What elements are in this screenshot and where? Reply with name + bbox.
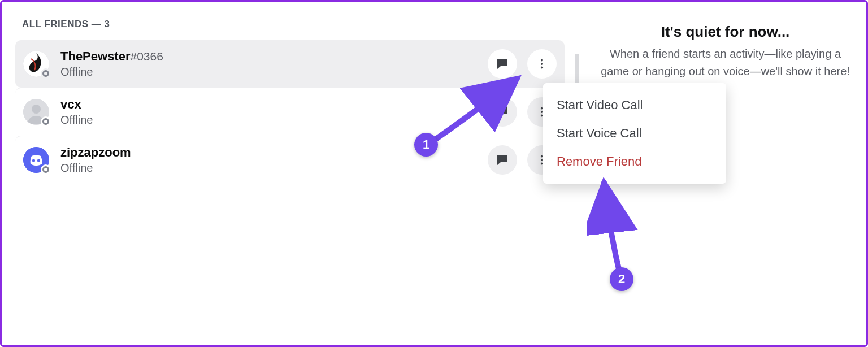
- friend-discriminator: #0366: [131, 50, 163, 63]
- friends-panel: ALL FRIENDS — 3 ThePewster#0366 Offline: [2, 2, 584, 345]
- friend-row[interactable]: ThePewster#0366 Offline: [15, 40, 565, 88]
- message-icon: [496, 57, 509, 71]
- avatar[interactable]: [23, 99, 49, 125]
- friend-row[interactable]: zipzapzoom Offline: [15, 136, 565, 184]
- friend-status: Offline: [60, 66, 488, 79]
- friend-info: zipzapzoom Offline: [60, 145, 488, 174]
- avatar[interactable]: [23, 51, 49, 77]
- friend-status: Offline: [60, 162, 488, 175]
- message-icon: [496, 153, 509, 167]
- menu-item-remove-friend[interactable]: Remove Friend: [543, 148, 726, 176]
- friend-username: ThePewster: [60, 49, 131, 63]
- activity-title: It's quiet for now...: [584, 23, 866, 41]
- friend-info: vcx Offline: [60, 97, 488, 126]
- menu-item-voice-call[interactable]: Start Voice Call: [543, 119, 726, 148]
- friend-username: zipzapzoom: [60, 145, 131, 159]
- more-vertical-icon: [536, 58, 548, 70]
- friend-info: ThePewster#0366 Offline: [60, 49, 488, 78]
- svg-point-5: [32, 105, 41, 114]
- svg-point-1: [541, 59, 543, 62]
- message-button[interactable]: [488, 49, 517, 79]
- friend-username: vcx: [60, 97, 81, 111]
- message-icon: [496, 105, 509, 119]
- svg-point-2: [541, 63, 543, 65]
- svg-point-11: [37, 159, 40, 162]
- app-root: ALL FRIENDS — 3 ThePewster#0366 Offline: [2, 2, 866, 345]
- status-offline-icon: [41, 116, 51, 127]
- friends-section-header: ALL FRIENDS — 3: [2, 12, 584, 40]
- friend-actions: [488, 49, 557, 79]
- friend-status: Offline: [60, 114, 488, 127]
- more-button[interactable]: [527, 49, 557, 79]
- svg-point-10: [32, 159, 35, 162]
- friends-list: ThePewster#0366 Offline: [2, 40, 584, 184]
- friend-row[interactable]: vcx Offline: [15, 88, 565, 136]
- status-offline-icon: [41, 164, 51, 175]
- activity-subtitle: When a friend starts an activity—like pl…: [584, 45, 866, 80]
- message-button[interactable]: [488, 97, 517, 127]
- avatar[interactable]: [23, 147, 49, 173]
- friend-context-menu: Start Video Call Start Voice Call Remove…: [543, 83, 726, 184]
- message-button[interactable]: [488, 145, 517, 175]
- svg-point-3: [541, 66, 543, 68]
- menu-item-video-call[interactable]: Start Video Call: [543, 91, 726, 119]
- status-offline-icon: [41, 68, 51, 79]
